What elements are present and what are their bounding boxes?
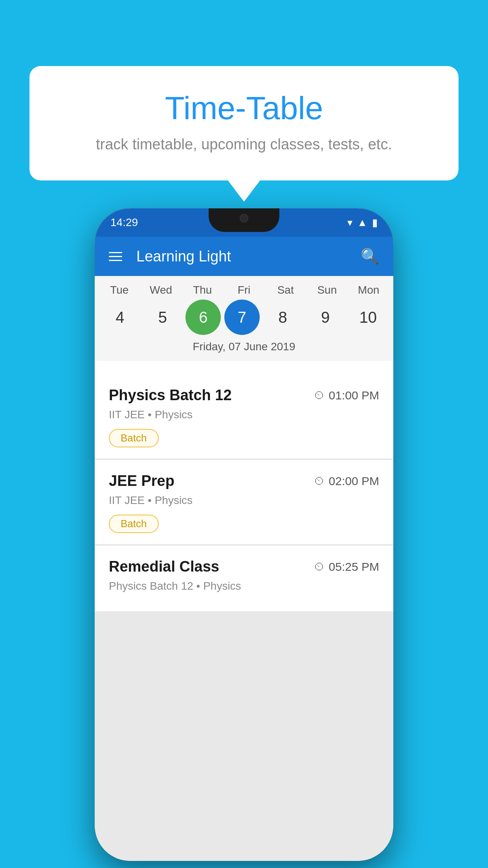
day-wed: Wed [141,284,181,296]
schedule-item-1-time: ⏲ 01:00 PM [314,389,379,402]
speech-bubble-card: Time-Table track timetable, upcoming cla… [29,66,459,180]
schedule-item-3-sub: Physics Batch 12 • Physics [109,580,379,592]
day-10[interactable]: 10 [349,300,388,335]
day-sun: Sun [307,284,347,296]
schedule-item-2-header: JEE Prep ⏲ 02:00 PM [109,473,379,489]
phone-notch [209,208,279,232]
day-headers: Tue Wed Thu Fri Sat Sun Mon [95,284,393,296]
day-4[interactable]: 4 [100,300,139,335]
schedule-item-2-title: JEE Prep [109,473,174,489]
day-5[interactable]: 5 [143,300,182,335]
search-icon[interactable]: 🔍 [361,248,379,265]
schedule-item-2-sub: IIT JEE • Physics [109,494,379,507]
day-mon: Mon [349,284,388,296]
day-8[interactable]: 8 [263,300,303,335]
batch-badge-2: Batch [109,515,159,533]
signal-icon: ▲ [357,217,367,229]
timetable-subtitle: track timetable, upcoming classes, tests… [61,136,427,153]
app-title: Learning Light [136,248,361,265]
clock-icon-1: ⏲ [314,389,325,402]
wifi-icon: ▾ [347,217,352,229]
status-icons: ▾ ▲ ▮ [347,217,378,229]
schedule-item-1-title: Physics Batch 12 [109,387,232,404]
schedule-item-1[interactable]: Physics Batch 12 ⏲ 01:00 PM IIT JEE • Ph… [95,374,393,458]
clock-icon-3: ⏲ [314,560,325,573]
status-time: 14:29 [110,216,138,229]
day-thu: Thu [183,284,222,296]
day-9[interactable]: 9 [306,300,345,335]
phone-mockup: 14:29 ▾ ▲ ▮ Learning Light 🔍 Tue Wed Thu [95,208,393,861]
selected-date-label: Friday, 07 June 2019 [95,335,393,357]
day-numbers: 4 5 6 7 8 9 10 [95,300,393,335]
day-6-today[interactable]: 6 [185,300,221,335]
front-camera [240,214,248,223]
clock-icon-2: ⏲ [314,474,325,487]
day-tue: Tue [100,284,139,296]
day-7-selected[interactable]: 7 [224,300,260,335]
schedule-item-2[interactable]: JEE Prep ⏲ 02:00 PM IIT JEE • Physics Ba… [95,460,393,544]
calendar-strip: Tue Wed Thu Fri Sat Sun Mon 4 5 6 7 8 9 … [95,276,393,361]
day-sat: Sat [266,284,305,296]
schedule-item-3-header: Remedial Class ⏲ 05:25 PM [109,558,379,575]
menu-icon[interactable] [109,252,122,261]
app-bar: Learning Light 🔍 [95,237,393,276]
battery-icon: ▮ [372,217,378,229]
schedule-item-1-header: Physics Batch 12 ⏲ 01:00 PM [109,387,379,404]
schedule-list: Physics Batch 12 ⏲ 01:00 PM IIT JEE • Ph… [95,374,393,861]
schedule-item-3-time: ⏲ 05:25 PM [314,560,379,574]
day-fri: Fri [224,284,264,296]
schedule-item-2-time: ⏲ 02:00 PM [314,474,379,488]
schedule-item-1-sub: IIT JEE • Physics [109,408,379,421]
schedule-item-3-title: Remedial Class [109,558,219,575]
phone-screen: 14:29 ▾ ▲ ▮ Learning Light 🔍 Tue Wed Thu [95,208,393,861]
timetable-title: Time-Table [61,90,427,127]
schedule-item-3[interactable]: Remedial Class ⏲ 05:25 PM Physics Batch … [95,546,393,611]
batch-badge-1: Batch [109,429,159,447]
